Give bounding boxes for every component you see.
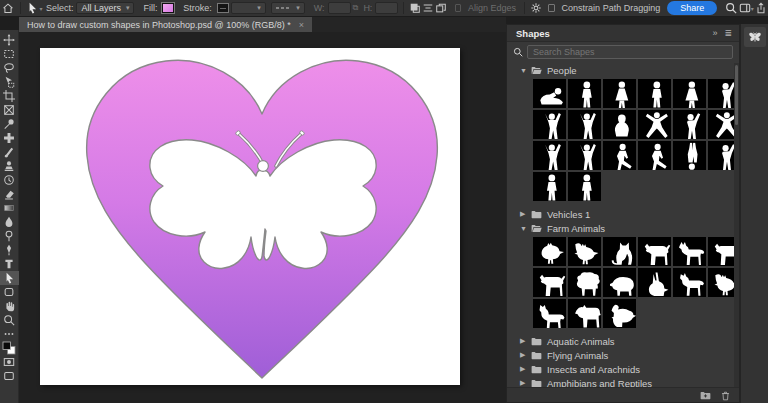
shape-thumbnail-terrier-dog[interactable] [533, 268, 566, 297]
new-folder-icon[interactable] [700, 390, 711, 401]
tool-more[interactable] [0, 327, 19, 341]
shape-thumbnail-flexing-man[interactable] [568, 110, 601, 139]
shape-thumbnail-pig[interactable] [603, 268, 636, 297]
shape-thumbnail-standing-profile[interactable] [533, 172, 566, 201]
align-edges-checkbox[interactable] [455, 4, 461, 12]
tool-eraser[interactable] [0, 187, 19, 201]
folder-row-farm-animals[interactable]: ▼Farm Animals [507, 221, 734, 235]
tool-swatches[interactable] [0, 341, 19, 355]
shape-thumbnail-flexing-man-2[interactable] [568, 141, 601, 170]
canvas-artboard[interactable] [40, 48, 460, 385]
shape-thumbnail-standing-woman[interactable] [603, 79, 636, 108]
search-shapes-input[interactable] [527, 45, 733, 59]
shape-thumbnail-horse[interactable] [533, 299, 566, 328]
shape-thumbnail-standing-man-2[interactable] [638, 79, 671, 108]
tool-object-selection[interactable] [0, 75, 19, 89]
folder-row-people[interactable]: ▼People [507, 63, 734, 77]
shape-thumbnail-standing-profile-2[interactable] [568, 172, 601, 201]
shape-thumbnail-duck[interactable] [603, 299, 636, 328]
stroke-width-dropdown[interactable]: ▾ [231, 2, 266, 14]
workspace-switcher-icon[interactable]: ▾ [739, 1, 754, 16]
tool-type[interactable] [0, 257, 19, 271]
tool-crop[interactable] [0, 89, 19, 103]
shape-thumbnail-star-jumping-woman[interactable] [638, 110, 671, 139]
tool-path-selection[interactable] [0, 271, 19, 285]
shape-combine-icon[interactable] [409, 1, 422, 16]
tool-hand[interactable] [0, 299, 19, 313]
path-arrange-icon[interactable] [434, 1, 447, 16]
tool-rectangle[interactable] [0, 285, 19, 299]
select-mode-dropdown[interactable]: All Layers▾ [76, 2, 134, 14]
shape-thumbnail-jumping-man[interactable] [533, 141, 566, 170]
panel-menu-icon[interactable]: ≣ [724, 28, 732, 38]
shape-thumbnail-raising-hand-man[interactable] [673, 110, 706, 139]
folder-open-icon [531, 224, 542, 233]
close-tab-icon[interactable]: × [299, 20, 304, 30]
tool-healing-brush[interactable] [0, 131, 19, 145]
width-field[interactable] [328, 2, 351, 14]
stroke-swatch[interactable] [217, 3, 229, 13]
tool-pen[interactable] [0, 243, 19, 257]
shape-thumbnail-goat[interactable] [673, 268, 706, 297]
shape-thumbnail-waving-woman[interactable] [708, 79, 734, 108]
panel-scrollbar[interactable] [734, 63, 739, 387]
shape-thumbnail-sitting-cat[interactable] [603, 237, 636, 266]
home-icon[interactable] [0, 1, 15, 16]
shape-thumbnail-cheering-man[interactable] [533, 110, 566, 139]
tool-blur[interactable] [0, 215, 19, 229]
tool-lasso[interactable] [0, 61, 19, 75]
height-field[interactable] [375, 2, 398, 14]
trash-icon[interactable] [720, 390, 731, 401]
shape-thumbnail-donkey[interactable] [673, 237, 706, 266]
shape-thumbnail-cow[interactable] [568, 299, 601, 328]
constrain-path-checkbox[interactable] [548, 4, 554, 12]
shape-thumbnail-rabbit[interactable] [638, 268, 671, 297]
document-tab[interactable]: How to draw custom shapes in Photoshop.p… [19, 17, 312, 32]
tool-dodge[interactable] [0, 229, 19, 243]
tool-screen-mode[interactable] [0, 369, 19, 383]
collapse-panel-icon[interactable]: » [712, 28, 717, 38]
stroke-style-dropdown[interactable]: ▾ [271, 2, 305, 14]
shape-thumbnail-reaching-man[interactable] [708, 141, 734, 170]
tool-brush[interactable] [0, 145, 19, 159]
shape-thumbnail-hen[interactable] [533, 237, 566, 266]
folder-row-vehicles-1[interactable]: ▶Vehicles 1 [507, 207, 734, 221]
tool-history-brush[interactable] [0, 173, 19, 187]
export-icon[interactable] [754, 1, 768, 16]
folder-row-insects-and-arachnids[interactable]: ▶Insects and Arachnids [507, 362, 734, 376]
tool-move[interactable] [0, 33, 19, 47]
shape-thumbnail-standing-woman-2[interactable] [673, 79, 706, 108]
folder-row-amphibians-and-reptiles[interactable]: ▶Amphibians and Reptiles [507, 376, 734, 387]
shapes-panel-dock-icon[interactable] [744, 27, 766, 47]
share-button[interactable]: Share [667, 1, 717, 15]
shape-thumbnail-standing-man[interactable] [568, 79, 601, 108]
shape-thumbnail-goat-kid[interactable] [638, 237, 671, 266]
tool-eyedropper[interactable] [0, 117, 19, 131]
shape-thumbnail-bantam-rooster[interactable] [708, 268, 734, 297]
shape-thumbnail-rooster[interactable] [568, 237, 601, 266]
fill-swatch[interactable] [162, 3, 174, 13]
gear-icon[interactable] [530, 1, 543, 16]
tool-zoom[interactable] [0, 313, 19, 327]
tool-frame[interactable] [0, 103, 19, 117]
shape-thumbnail-dancing-woman[interactable] [708, 110, 734, 139]
search-icon[interactable] [723, 1, 738, 16]
shape-thumbnail-dog[interactable] [708, 237, 734, 266]
tool-quick-mask[interactable] [0, 355, 19, 369]
tool-marquee[interactable] [0, 47, 19, 61]
shape-thumbnail-crawling-baby[interactable] [533, 79, 566, 108]
shape-thumbnail-dancing-man[interactable] [603, 141, 636, 170]
shape-thumbnail-handstand[interactable] [673, 141, 706, 170]
path-align-icon[interactable] [422, 1, 435, 16]
shape-thumbnail-kicking-dancer[interactable] [638, 141, 671, 170]
pasteboard[interactable] [19, 32, 506, 403]
move-tool-preview-icon[interactable]: ▾ [26, 1, 43, 16]
folder-row-aquatic-animals[interactable]: ▶Aquatic Animals [507, 334, 734, 348]
shapes-panel-title[interactable]: Shapes [507, 28, 559, 39]
tool-gradient[interactable] [0, 201, 19, 215]
link-dimensions-icon[interactable]: ⧉ [351, 1, 361, 16]
shape-thumbnail-sheep[interactable] [568, 268, 601, 297]
tool-clone-stamp[interactable] [0, 159, 19, 173]
shape-thumbnail-sitting-woman[interactable] [603, 110, 636, 139]
folder-row-flying-animals[interactable]: ▶Flying Animals [507, 348, 734, 362]
